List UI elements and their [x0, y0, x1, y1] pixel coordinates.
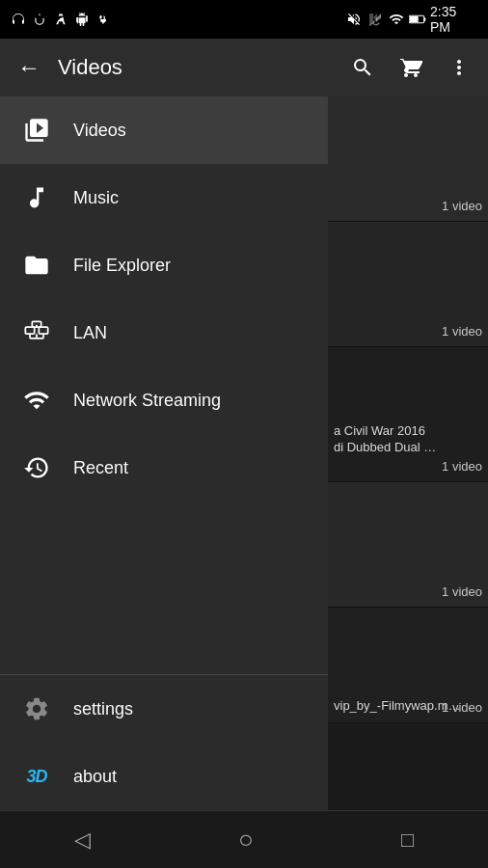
gear-icon [19, 692, 54, 726]
music-icon [19, 180, 54, 215]
toolbar: ← Videos [0, 39, 488, 96]
sidebar-item-recent-label: Recent [73, 458, 128, 478]
sidebar-item-about[interactable]: 3D about [0, 743, 328, 810]
svg-rect-3 [25, 327, 34, 334]
sidebar-item-videos-label: Videos [73, 121, 126, 141]
recent-icon [19, 450, 54, 485]
status-left-icons [10, 11, 112, 28]
status-right-icons: 2:35 PM [345, 11, 478, 28]
sidebar-item-settings-label: settings [73, 699, 133, 719]
svg-rect-4 [39, 327, 47, 334]
video-item-5[interactable]: vip_by_-Filmywap.m… 1 video [328, 608, 488, 723]
sidebar-item-lan[interactable]: LAN [0, 299, 328, 366]
sidebar-item-music-label: Music [73, 188, 119, 208]
video-count-5: 1 video [442, 700, 482, 715]
drawer: Videos Music File Explorer [0, 96, 328, 810]
toolbar-title: Videos [58, 55, 334, 80]
android-icon [73, 11, 91, 28]
main-area: 1 video 1 video a Civil War 2016di Dubbe… [0, 96, 488, 810]
sidebar-item-file-explorer-label: File Explorer [73, 256, 171, 276]
time-display: 2:35 PM [430, 11, 478, 28]
status-bar: 2:35 PM [0, 0, 488, 39]
video-count-2: 1 video [442, 324, 482, 339]
video-count-1: 1 video [442, 199, 482, 213]
nav-back-button[interactable]: ◁ [55, 818, 110, 862]
lan-icon [19, 315, 54, 350]
nav-home-button[interactable]: ○ [219, 815, 273, 864]
signal-off-icon [366, 11, 384, 28]
sidebar-item-network-streaming-label: Network Streaming [73, 391, 221, 411]
streaming-icon [19, 383, 54, 418]
3d-icon: 3D [19, 759, 54, 794]
vibrate-icon [31, 11, 48, 28]
video-count-4: 1 video [442, 584, 482, 599]
folder-icon [19, 248, 54, 283]
sidebar-item-videos[interactable]: Videos [0, 96, 328, 164]
usb-icon [95, 11, 112, 28]
svg-rect-2 [410, 16, 419, 22]
video-text-3: a Civil War 2016di Dubbed Dual … [334, 423, 482, 456]
sidebar-item-network-streaming[interactable]: Network Streaming [0, 366, 328, 434]
content-area: 1 video 1 video a Civil War 2016di Dubbe… [328, 96, 488, 810]
video-item-1[interactable]: 1 video [328, 96, 488, 222]
sidebar-item-file-explorer[interactable]: File Explorer [0, 231, 328, 299]
video-item-4[interactable]: 1 video [328, 482, 488, 608]
sidebar-item-music[interactable]: Music [0, 164, 328, 231]
drawer-bottom: settings 3D about [0, 674, 328, 810]
video-item-3[interactable]: a Civil War 2016di Dubbed Dual … 1 video [328, 347, 488, 482]
bottom-navigation: ◁ ○ □ [0, 810, 488, 868]
sidebar-item-recent[interactable]: Recent [0, 434, 328, 502]
sidebar-item-about-label: about [73, 767, 117, 787]
bag-icon [52, 11, 69, 28]
nav-recent-button[interactable]: □ [382, 818, 433, 862]
search-button[interactable] [343, 48, 382, 87]
sidebar-item-lan-label: LAN [73, 323, 107, 343]
svg-rect-1 [424, 17, 426, 21]
drawer-menu: Videos Music File Explorer [0, 96, 328, 674]
toolbar-actions [343, 48, 478, 87]
video-item-2[interactable]: 1 video [328, 222, 488, 347]
mute-icon [345, 11, 363, 28]
cart-button[interactable] [392, 48, 430, 87]
headphone-icon [10, 11, 27, 28]
back-button[interactable]: ← [10, 46, 48, 89]
signal-bars-icon [388, 11, 405, 28]
video-icon [19, 113, 54, 148]
battery-icon [409, 11, 426, 28]
sidebar-item-settings[interactable]: settings [0, 675, 328, 743]
video-count-3: 1 video [442, 459, 482, 474]
more-button[interactable] [440, 48, 478, 87]
